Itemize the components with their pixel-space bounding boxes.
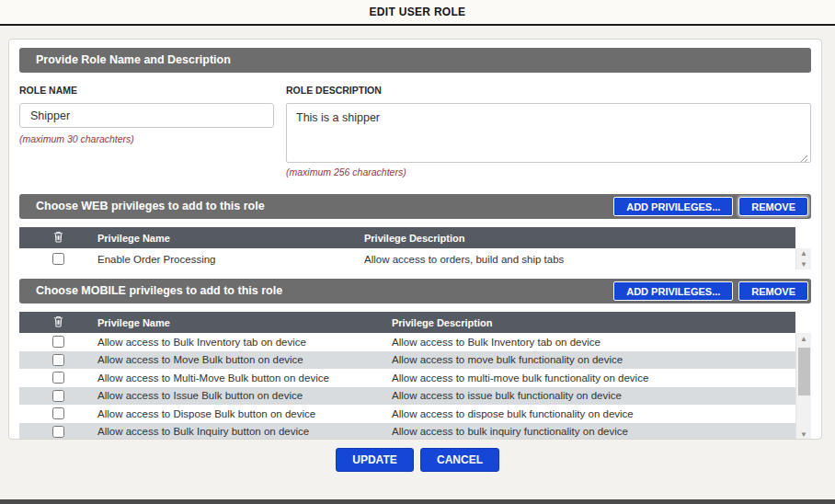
down-arrow-icon[interactable]: ▼ (796, 259, 811, 269)
privilege-name-cell: Allow access to Multi-Move Bulk button o… (97, 372, 392, 384)
section-web-privileges: Choose WEB privileges to add to this rol… (19, 194, 811, 219)
row-checkbox[interactable] (52, 426, 64, 438)
privilege-description-header: Privilege Description (392, 317, 795, 328)
row-checkbox[interactable] (52, 336, 64, 348)
privilege-description-cell: Allow access to move bulk functionality … (392, 354, 795, 365)
section-title: Choose MOBILE privileges to add to this … (36, 284, 282, 297)
cancel-button[interactable]: CANCEL (420, 448, 499, 472)
privilege-description-cell: Allow access to dispose bulk functionali… (392, 408, 795, 419)
privilege-name-header: Privilege Name (97, 233, 364, 244)
trash-icon (53, 231, 63, 245)
web-table-header: Privilege Name Privilege Description (19, 227, 795, 248)
table-row: Allow access to Move Bulk button on devi… (19, 351, 795, 370)
table-row: Allow access to Bulk Inquiry button on d… (19, 423, 795, 441)
role-description-field-group: ROLE DESCRIPTION This is a shipper (maxi… (286, 85, 811, 178)
privilege-description-cell: Allow access to Bulk Inventory tab on de… (392, 337, 795, 348)
mobile-table-body: Allow access to Bulk Inventory tab on de… (19, 333, 795, 440)
update-button[interactable]: UPDATE (336, 448, 414, 472)
mobile-add-privileges-button[interactable]: ADD PRIVILEGES... (613, 281, 733, 301)
row-checkbox[interactable] (52, 390, 64, 402)
table-row: Allow access to Dispose Bulk button on d… (19, 405, 795, 423)
row-checkbox[interactable] (52, 407, 64, 419)
delete-column-header (19, 315, 97, 329)
web-table-body: Enable Order Processing Allow access to … (19, 248, 795, 269)
role-name-label: ROLE NAME (19, 85, 286, 96)
privilege-name-cell: Allow access to Bulk Inquiry button on d… (97, 426, 392, 437)
table-row: Allow access to Bulk Inventory tab on de… (19, 333, 795, 351)
privilege-name-cell: Allow access to Dispose Bulk button on d… (97, 408, 392, 419)
privilege-description-cell: Allow access to multi-move bulk function… (392, 372, 795, 384)
table-row: Allow access to Multi-Move Bulk button o… (19, 369, 795, 387)
up-arrow-icon[interactable]: ▲ (796, 334, 811, 344)
trash-icon (53, 315, 63, 329)
role-name-max-note: (maximum 30 charachters) (19, 133, 286, 144)
privilege-description-cell: Allow access to orders, build and ship t… (364, 254, 795, 265)
role-name-field-group: ROLE NAME (maximum 30 charachters) (19, 85, 286, 178)
web-remove-button[interactable]: REMOVE (738, 197, 808, 216)
privilege-name-header: Privilege Name (97, 317, 392, 328)
row-select-cell (19, 253, 97, 265)
bottom-border-bar (0, 499, 835, 504)
row-select-cell (19, 426, 97, 438)
mobile-privileges-table: Privilege Name Privilege Description All… (19, 312, 811, 440)
row-select-cell (19, 407, 97, 419)
section-mobile-privileges: Choose MOBILE privileges to add to this … (19, 279, 811, 304)
mobile-table-scrollbar[interactable]: ▲ ▼ (795, 333, 811, 440)
delete-column-header (19, 231, 97, 245)
row-checkbox[interactable] (52, 253, 64, 265)
web-privileges-table: Privilege Name Privilege Description Ena… (19, 227, 811, 269)
role-description-max-note: (maximum 256 charachters) (286, 166, 811, 178)
row-select-cell (19, 372, 97, 384)
row-checkbox[interactable] (52, 372, 64, 384)
privilege-name-cell: Allow access to Issue Bulk button on dev… (97, 390, 392, 401)
section-role-name-description: Provide Role Name and Description (19, 48, 811, 73)
row-checkbox[interactable] (52, 354, 64, 366)
mobile-remove-button[interactable]: REMOVE (738, 281, 808, 301)
down-arrow-icon[interactable]: ▼ (796, 430, 811, 440)
web-table-scrollbar[interactable]: ▲ ▼ (795, 248, 811, 269)
mobile-table-header: Privilege Name Privilege Description (19, 312, 795, 333)
resize-handle-icon[interactable] (799, 150, 808, 159)
role-name-input[interactable] (19, 103, 274, 128)
row-select-cell (19, 336, 97, 348)
role-form-row: ROLE NAME (maximum 30 charachters) ROLE … (19, 85, 811, 178)
table-row: Allow access to Issue Bulk button on dev… (19, 387, 795, 406)
up-arrow-icon[interactable]: ▲ (796, 248, 811, 258)
privilege-name-cell: Allow access to Move Bulk button on devi… (97, 354, 392, 365)
privilege-name-cell: Enable Order Processing (97, 254, 364, 265)
web-add-privileges-button[interactable]: ADD PRIVILEGES... (613, 197, 733, 216)
section-title: Choose WEB privileges to add to this rol… (36, 200, 265, 212)
scrollbar-thumb[interactable] (798, 348, 810, 395)
page-title: EDIT USER ROLE (0, 0, 835, 26)
role-description-label: ROLE DESCRIPTION (286, 85, 811, 96)
privilege-name-cell: Allow access to Bulk Inventory tab on de… (97, 337, 392, 348)
row-select-cell (19, 354, 97, 366)
row-select-cell (19, 390, 97, 402)
privilege-description-cell: Allow access to issue bulk functionality… (392, 390, 795, 401)
section-title: Provide Role Name and Description (36, 53, 231, 66)
table-row: Enable Order Processing Allow access to … (19, 248, 795, 269)
privilege-description-header: Privilege Description (364, 233, 795, 244)
role-description-input[interactable]: This is a shipper (286, 103, 811, 163)
privilege-description-cell: Allow access to bulk inquiry functionali… (392, 426, 795, 437)
edit-role-panel: Provide Role Name and Description ROLE N… (8, 39, 822, 440)
form-actions: UPDATE CANCEL (0, 448, 835, 472)
